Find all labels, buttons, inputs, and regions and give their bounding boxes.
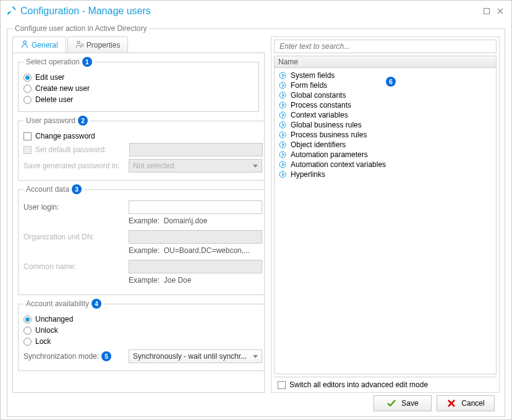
svg-point-7 — [279, 102, 286, 108]
tree-item-label: Global constants — [291, 91, 346, 100]
expand-arrow-icon — [278, 170, 287, 179]
svg-point-10 — [279, 132, 286, 138]
tree-item-label: Automation parameters — [291, 150, 368, 159]
tree-item[interactable]: Context variables — [275, 110, 496, 120]
person-icon — [20, 40, 29, 50]
tree-item[interactable]: Global business rules — [275, 120, 496, 130]
tree-item[interactable]: Form fields — [275, 80, 496, 90]
dialog-buttons: Save Cancel — [12, 395, 500, 411]
window-title: Configuration - Manage users — [20, 6, 478, 17]
tree-item[interactable]: Process business rules — [275, 130, 496, 140]
expand-arrow-icon — [278, 101, 287, 109]
tree-item[interactable]: Global constants — [275, 90, 496, 100]
variable-tree[interactable]: 6 System fieldsForm fieldsGlobal constan… — [274, 68, 497, 374]
example-label: Example: OU=Board,DC=webcon,... — [129, 246, 250, 255]
radio-lock[interactable]: Lock — [23, 337, 262, 346]
advanced-mode-row[interactable]: Switch all editors into advanced edit mo… — [274, 377, 497, 392]
radio-label: Delete user — [35, 95, 73, 104]
svg-point-3 — [81, 44, 83, 46]
close-button[interactable] — [495, 6, 505, 16]
person-gear-icon — [75, 40, 84, 50]
group-user-password: User password 2 Change password Set defa… — [18, 116, 265, 181]
badge-1: 1 — [82, 57, 92, 67]
tree-item-label: Context variables — [291, 111, 348, 119]
tree-item[interactable]: Object identifiers — [275, 140, 496, 150]
badge-6: 6 — [386, 77, 396, 87]
save-button[interactable]: Save — [373, 395, 432, 411]
label-sync-mode: Synchronization mode: 5 — [23, 351, 129, 361]
tree-item-label: Form fields — [291, 81, 327, 90]
expand-arrow-icon — [278, 81, 287, 90]
checkbox-icon — [23, 132, 32, 140]
svg-point-6 — [279, 92, 286, 98]
radio-delete-user[interactable]: Delete user — [23, 95, 254, 104]
cancel-button[interactable]: Cancel — [437, 395, 495, 411]
default-password-input — [129, 143, 263, 156]
tab-label: Properties — [87, 41, 121, 49]
tab-general[interactable]: General — [12, 36, 66, 53]
svg-point-13 — [279, 161, 286, 168]
button-label: Cancel — [461, 399, 484, 408]
radio-label: Lock — [35, 337, 51, 346]
tree-item[interactable]: Process constants — [275, 100, 496, 110]
radio-edit-user[interactable]: Edit user — [23, 73, 254, 82]
svg-point-11 — [279, 142, 286, 148]
radio-label: Create new user — [35, 84, 90, 93]
expand-arrow-icon — [278, 160, 287, 169]
tree-item-label: Object identifiers — [291, 140, 346, 149]
button-label: Save — [401, 399, 418, 408]
svg-point-1 — [23, 41, 27, 44]
tree-item[interactable]: Automation context variables — [275, 160, 496, 169]
search-box[interactable] — [274, 40, 497, 53]
badge-2: 2 — [78, 116, 88, 126]
column-name: Name — [278, 58, 298, 66]
example-label: Example: Domain\j.doe — [129, 216, 207, 225]
expand-arrow-icon — [278, 111, 287, 119]
tree-item-label: Process business rules — [291, 131, 367, 139]
label-org-unit: Organization unit DN: — [23, 233, 129, 241]
svg-point-14 — [279, 171, 286, 178]
checkbox-icon — [23, 146, 32, 154]
radio-unlock[interactable]: Unlock — [23, 326, 262, 335]
svg-point-2 — [77, 41, 80, 44]
search-input[interactable] — [278, 40, 492, 53]
user-login-input[interactable] — [129, 200, 262, 214]
right-column: Name 6 System fieldsForm fieldsGlobal co… — [271, 36, 500, 393]
tools-icon — [7, 6, 17, 17]
chevron-down-icon — [253, 165, 258, 168]
badge-5: 5 — [101, 351, 111, 361]
tree-item[interactable]: Automation parameters — [275, 150, 496, 160]
example-label: Example: Joe Doe — [129, 276, 191, 285]
tree-item-label: Process constants — [291, 101, 351, 109]
svg-point-12 — [279, 152, 286, 158]
maximize-button[interactable] — [482, 6, 492, 16]
common-name-input — [129, 260, 262, 273]
svg-point-9 — [279, 122, 286, 128]
select-value: Not selected — [133, 161, 174, 170]
expand-arrow-icon — [278, 71, 287, 80]
label-common-name: Common name: — [23, 262, 129, 271]
radio-icon — [23, 327, 32, 335]
radio-unchanged[interactable]: Unchanged — [23, 315, 262, 324]
expand-arrow-icon — [278, 121, 287, 129]
label-save-generated: Save generated password in: — [23, 161, 129, 170]
group-legend: Select operation — [26, 58, 80, 66]
radio-create-user[interactable]: Create new user — [23, 84, 254, 93]
tree-item-label: Hyperlinks — [291, 170, 325, 179]
group-account-data: Account data 3 User login: Example: Doma… — [18, 184, 265, 295]
check-change-password[interactable]: Change password — [23, 132, 263, 140]
tree-item-label: Global business rules — [291, 121, 362, 129]
radio-icon — [23, 74, 32, 82]
tree-item[interactable]: System fields — [275, 71, 496, 80]
tree-item[interactable]: Hyperlinks — [275, 169, 496, 179]
tab-properties[interactable]: Properties — [67, 36, 129, 53]
org-unit-input — [129, 230, 262, 244]
expand-arrow-icon — [278, 131, 287, 139]
main-fieldset-legend: Configure user action in Active Director… — [12, 24, 149, 33]
sync-mode-select[interactable]: Synchronously - wait until synchr... — [129, 349, 262, 363]
advanced-mode-label: Switch all editors into advanced edit mo… — [289, 380, 428, 389]
select-value: Synchronously - wait until synchr... — [133, 352, 247, 361]
check-icon — [386, 398, 396, 408]
grid-header[interactable]: Name — [274, 56, 497, 68]
checkbox-icon — [278, 381, 286, 389]
